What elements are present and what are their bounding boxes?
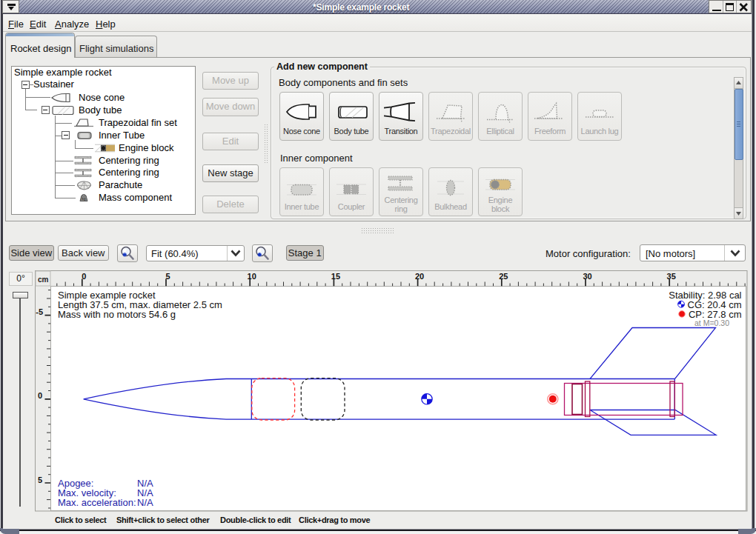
- svg-text:5: 5: [165, 272, 170, 281]
- svg-text:cm: cm: [38, 276, 49, 284]
- svg-text:at M=0.30: at M=0.30: [694, 318, 729, 327]
- svg-text:10: 10: [248, 272, 256, 281]
- svg-text:N/A: N/A: [137, 497, 153, 508]
- svg-text:-5: -5: [36, 307, 43, 316]
- svg-text:Mass with no motors 54.6 g: Mass with no motors 54.6 g: [58, 309, 176, 320]
- svg-text:30: 30: [583, 272, 591, 281]
- svg-text:5: 5: [38, 475, 42, 484]
- svg-text:kg: kg: [82, 196, 86, 201]
- svg-text:25: 25: [499, 272, 508, 281]
- svg-text:15: 15: [331, 272, 340, 281]
- svg-text:20: 20: [415, 272, 424, 281]
- svg-text:35: 35: [667, 272, 676, 281]
- svg-text:0: 0: [38, 391, 42, 400]
- svg-text:0: 0: [82, 272, 86, 281]
- svg-text:Max. acceleration:: Max. acceleration:: [58, 497, 136, 508]
